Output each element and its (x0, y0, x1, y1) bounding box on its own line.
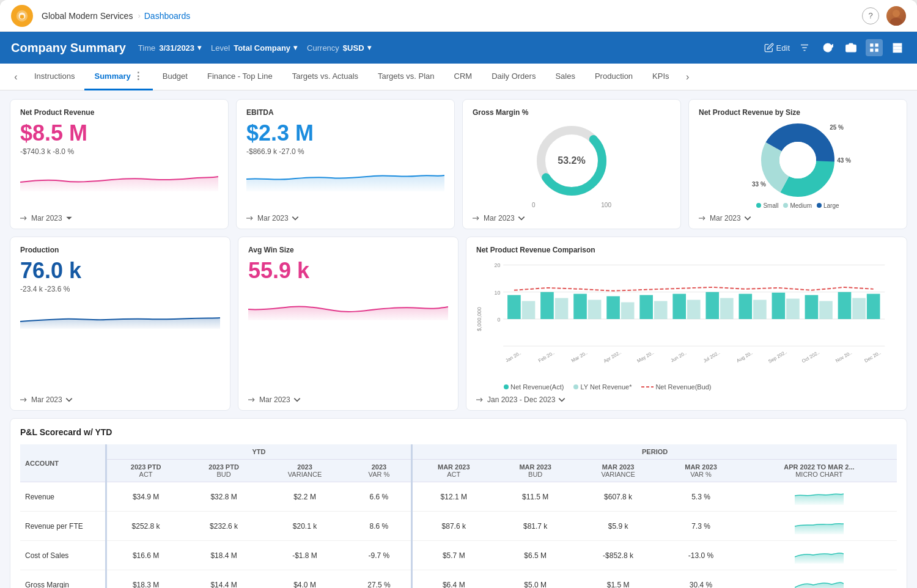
col-micro: APR 2022 TO MAR 2...MICRO CHART (742, 460, 897, 482)
prod-chart (20, 298, 220, 391)
gm-donut-container: 53.2% (532, 121, 611, 200)
td-account: Gross Margin (20, 570, 106, 589)
tab-instructions[interactable]: Instructions (24, 64, 84, 90)
tab-sales[interactable]: Sales (545, 64, 585, 90)
svg-text:Oct 202..: Oct 202.. (801, 350, 820, 364)
aws-footer[interactable]: Mar 2023 (248, 395, 448, 404)
svg-rect-10 (875, 49, 878, 52)
col-ytd-bud: 2023 PTDBUD (185, 460, 263, 482)
tab-summary[interactable]: Summary ⋮ (84, 64, 152, 90)
tab-targets-vs-actuals[interactable]: Targets vs. Actuals (282, 64, 368, 90)
tab-production[interactable]: Production (585, 64, 643, 90)
ebitda-chart (246, 161, 444, 209)
user-avatar[interactable] (886, 6, 906, 26)
svg-text:May 20..: May 20.. (636, 350, 655, 364)
tab-more-icon[interactable]: ⋮ (133, 70, 143, 82)
table-row: Revenue per FTE $252.8 k $232.6 k $20.1 … (20, 512, 897, 541)
tab-daily-orders[interactable]: Daily Orders (482, 64, 545, 90)
svg-rect-9 (870, 49, 873, 52)
filter-icon[interactable] (796, 39, 813, 56)
ebitda-footer[interactable]: Mar 2023 (246, 214, 444, 222)
level-label: Level (211, 43, 230, 53)
nav-dashboards-link[interactable]: Dashboards (144, 11, 191, 21)
td-mar-bud: $6.5 M (495, 541, 576, 570)
scorecard-table: ACCOUNT YTD PERIOD 2023 PTDACT 2023 PTDB… (20, 444, 897, 588)
tab-targets-vs-plan[interactable]: Targets vs. Plan (368, 64, 444, 90)
svg-rect-54 (838, 292, 852, 319)
gm-axis-min: 0 (532, 202, 536, 208)
td-mar-bud: $11.5 M (495, 482, 576, 512)
tabs-prev-button[interactable]: ‹ (7, 68, 24, 86)
time-value[interactable]: 3/31/2023 (159, 43, 201, 53)
workday-logo (11, 5, 33, 27)
nrbs-legend: Small Medium Large (756, 202, 839, 209)
currency-value[interactable]: $USD (343, 43, 371, 53)
help-icon[interactable]: ? (862, 7, 879, 24)
col-mar-var: MAR 2023VARIANCE (576, 460, 660, 482)
svg-rect-11 (893, 43, 902, 46)
svg-text:Feb 20..: Feb 20.. (537, 350, 555, 364)
legend-net-act: Net Revenue(Act) (504, 383, 564, 391)
legend-ly-net: LY Net Revenue* (573, 383, 632, 391)
tabs-bar: ‹ Instructions Summary ⋮ Budget Finance … (0, 64, 917, 90)
prod-period: Mar 2023 (31, 395, 62, 404)
gm-footer[interactable]: Mar 2023 (473, 214, 671, 222)
tab-crm[interactable]: CRM (444, 64, 482, 90)
td-mar-bud: $81.7 k (495, 512, 576, 541)
pct-medium: 25 % (830, 124, 844, 131)
edit-label: Edit (776, 43, 790, 53)
list-icon[interactable] (889, 39, 906, 56)
grid-icon[interactable] (866, 39, 883, 56)
svg-text:10: 10 (494, 290, 500, 296)
nrbs-footer[interactable]: Mar 2023 (699, 214, 897, 222)
svg-text:$,000,000: $,000,000 (476, 307, 482, 331)
svg-text:Apr 202..: Apr 202.. (603, 350, 622, 364)
refresh-icon[interactable] (819, 39, 836, 56)
td-ytd-act: $252.8 k (106, 512, 185, 541)
nrbs-pie: 25 % 43 % 33 % Small Medium Large (699, 120, 897, 209)
prod-delta: -23.4 k -23.6 % (20, 285, 220, 293)
nrbs-period: Mar 2023 (710, 214, 741, 222)
net-rev-comparison-card: Net Product Revenue Comparison $,000,000… (466, 237, 907, 411)
tab-budget[interactable]: Budget (153, 64, 197, 90)
top-cards-row: Net Product Revenue $8.5 M -$740.3 k -8.… (10, 99, 907, 229)
edit-button[interactable]: Edit (764, 43, 790, 53)
level-value[interactable]: Total Company (234, 43, 297, 53)
avg-win-size-card: Avg Win Size 55.9 k (238, 237, 458, 411)
svg-text:Jun 20..: Jun 20.. (670, 350, 688, 364)
nrc-title: Net Product Revenue Comparison (476, 246, 897, 254)
td-ytd-var: $2.2 M (262, 482, 347, 512)
svg-text:Jul 202..: Jul 202.. (702, 350, 721, 364)
npr-delta: -$740.3 k -8.0 % (20, 147, 218, 156)
td-ytd-var: $20.1 k (262, 512, 347, 541)
svg-point-1 (893, 10, 900, 17)
col-ytd-act: 2023 PTDACT (106, 460, 185, 482)
td-ytd-bud: $18.4 M (185, 541, 263, 570)
td-mar-act: $5.7 M (412, 541, 495, 570)
td-account: Revenue per FTE (20, 512, 106, 541)
aws-period: Mar 2023 (259, 395, 290, 404)
gm-axis: 0 100 (532, 202, 611, 208)
td-ytd-act: $34.9 M (106, 482, 185, 512)
tab-finance-top-line[interactable]: Finance - Top Line (197, 64, 282, 90)
svg-text:Sep 202..: Sep 202.. (767, 349, 788, 364)
net-product-revenue-card: Net Product Revenue $8.5 M -$740.3 k -8.… (10, 99, 229, 229)
svg-rect-36 (540, 292, 554, 319)
nrc-footer[interactable]: Jan 2023 - Dec 2023 (476, 395, 897, 404)
svg-text:Aug 20..: Aug 20.. (735, 350, 754, 364)
pl-scorecard-card: P&L Scorecard w/ YTD ACCOUNT YTD PERIOD … (10, 418, 907, 588)
camera-icon[interactable] (842, 39, 860, 56)
td-ytd-varp: 8.6 % (347, 512, 412, 541)
npr-footer[interactable]: Mar 2023 (20, 214, 218, 222)
nrbs-title: Net Product Revenue by Size (699, 108, 897, 117)
td-mar-var: -$852.8 k (576, 541, 660, 570)
td-ytd-bud: $32.8 M (185, 482, 263, 512)
currency-label: Currency (307, 43, 339, 53)
aws-chart (248, 290, 448, 391)
svg-rect-39 (588, 300, 602, 319)
prod-footer[interactable]: Mar 2023 (20, 395, 220, 404)
td-mar-var: $607.8 k (576, 482, 660, 512)
td-mar-bud: $5.0 M (495, 570, 576, 589)
tabs-next-button[interactable]: › (679, 68, 696, 86)
tab-kpis[interactable]: KPIs (643, 64, 679, 90)
